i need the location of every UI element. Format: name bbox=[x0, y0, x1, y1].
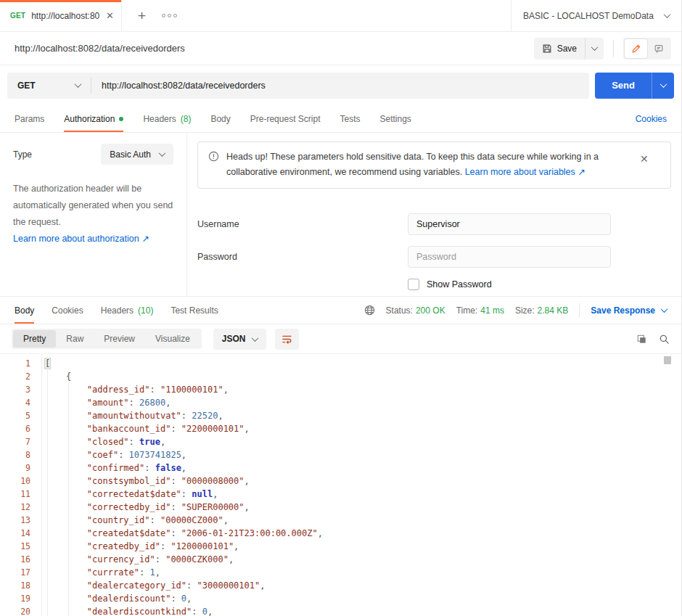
save-options-button[interactable] bbox=[585, 38, 604, 59]
scrollbar-thumb[interactable] bbox=[664, 356, 671, 364]
line-number: 13 bbox=[0, 514, 30, 527]
code-line: 5 "amountwithoutvat": 22520, bbox=[0, 409, 681, 422]
show-password-checkbox[interactable] bbox=[408, 279, 419, 290]
send-options-button[interactable] bbox=[652, 73, 674, 99]
request-tab[interactable]: GET http://localhost:80... ✕ bbox=[0, 0, 122, 31]
response-tabs: Body Cookies Headers (10) Test Results S… bbox=[0, 296, 681, 324]
response-tab-cookies[interactable]: Cookies bbox=[52, 297, 83, 324]
tab-strip: GET http://localhost:80... ✕ + BASIC - L… bbox=[0, 0, 681, 32]
comment-mode-button[interactable] bbox=[647, 39, 670, 58]
basic-auth-form: Username Password Show Password bbox=[197, 213, 671, 290]
response-body-viewer[interactable]: 1[2 {3 "address_id": "1100000101",4 "amo… bbox=[0, 353, 681, 616]
auth-type-value: Basic Auth bbox=[110, 149, 151, 160]
tab-strip-actions: + bbox=[122, 0, 177, 31]
time-value: 41 ms bbox=[480, 305, 504, 316]
code-line: 8 "coef": 1073741825, bbox=[0, 448, 681, 461]
tab-label: Headers bbox=[143, 114, 176, 124]
more-options-icon[interactable] bbox=[162, 14, 177, 17]
tab-label: Pre-request Script bbox=[250, 114, 321, 124]
response-tab-test-results[interactable]: Test Results bbox=[170, 297, 218, 324]
method-selector[interactable]: GET bbox=[7, 81, 91, 91]
cookies-link[interactable]: Cookies bbox=[636, 114, 667, 124]
url-bar: GET http://localhost:8082/data/receivedo… bbox=[7, 73, 589, 99]
search-icon[interactable] bbox=[659, 334, 670, 345]
code-line: 10 "constsymbol_id": "0000008000", bbox=[0, 475, 681, 488]
send-button[interactable]: Send bbox=[595, 73, 652, 99]
code-line: 13 "country_id": "00000CZ000", bbox=[0, 514, 681, 527]
save-icon bbox=[542, 44, 552, 54]
response-tab-body[interactable]: Body bbox=[15, 297, 34, 324]
code-line: 1[ bbox=[0, 357, 681, 370]
request-url-title: http://localhost:8082/data/receivedorder… bbox=[15, 43, 534, 54]
chevron-down-icon bbox=[75, 81, 82, 88]
auth-detail-column: Heads up! These parameters hold sensitiv… bbox=[187, 133, 681, 296]
request-header-row: http://localhost:8082/data/receivedorder… bbox=[0, 32, 681, 65]
tab-settings[interactable]: Settings bbox=[380, 105, 411, 132]
tab-authorization[interactable]: Authorization bbox=[64, 105, 123, 132]
close-tab-icon[interactable]: ✕ bbox=[106, 11, 114, 20]
response-toolbar: Pretty Raw Preview Visualize JSON bbox=[0, 324, 681, 353]
request-tabs: Params Authorization Headers (8) Body Pr… bbox=[0, 105, 681, 133]
view-visualize-button[interactable]: Visualize bbox=[145, 330, 200, 348]
divider bbox=[613, 40, 614, 57]
password-field[interactable] bbox=[408, 246, 611, 268]
format-value: JSON bbox=[222, 334, 246, 344]
save-response-label: Save Response bbox=[591, 305, 655, 316]
code-line: 12 "correctedby_id": "SUPER00000", bbox=[0, 501, 681, 514]
status-badge: Status: 200 OK bbox=[386, 305, 445, 316]
line-number: 4 bbox=[0, 396, 30, 409]
response-tab-headers[interactable]: Headers (10) bbox=[101, 297, 154, 324]
method-label: GET bbox=[17, 81, 36, 91]
divider bbox=[579, 303, 580, 318]
info-icon bbox=[208, 151, 219, 179]
response-view-switch: Pretty Raw Preview Visualize bbox=[12, 329, 202, 349]
username-field[interactable] bbox=[408, 213, 611, 235]
tab-label: Body bbox=[210, 114, 230, 124]
tab-prerequest-script[interactable]: Pre-request Script bbox=[250, 105, 321, 132]
line-number: 7 bbox=[0, 435, 30, 448]
environment-selector[interactable]: BASIC - LOCALHOST DemoData bbox=[511, 0, 681, 31]
code-line: 14 "createdat$date": "2006-01-21T23:00:0… bbox=[0, 527, 681, 540]
line-number: 10 bbox=[0, 475, 30, 488]
auth-configured-dot bbox=[119, 117, 123, 121]
tab-tests[interactable]: Tests bbox=[340, 105, 360, 132]
save-button[interactable]: Save bbox=[534, 38, 585, 59]
close-banner-icon[interactable]: ✕ bbox=[640, 151, 649, 168]
url-bar-row: GET http://localhost:8082/data/receivedo… bbox=[0, 65, 681, 105]
code-line: 6 "bankaccount_id": "2200000101", bbox=[0, 422, 681, 435]
code-line: 9 "confirmed": false, bbox=[0, 461, 681, 475]
chevron-down-icon bbox=[664, 11, 671, 18]
view-raw-button[interactable]: Raw bbox=[56, 330, 94, 348]
edit-mode-button[interactable] bbox=[625, 39, 647, 58]
view-preview-button[interactable]: Preview bbox=[94, 330, 145, 348]
headers-count-badge: (8) bbox=[181, 114, 192, 124]
code-line: 16 "currency_id": "0000CZK000", bbox=[0, 553, 681, 566]
tab-label: Test Results bbox=[170, 305, 218, 316]
auth-type-selector[interactable]: Basic Auth bbox=[101, 144, 173, 165]
save-response-button[interactable]: Save Response bbox=[591, 305, 667, 316]
code-line: 19 "dealerdiscount": 0, bbox=[0, 592, 681, 605]
view-pretty-button[interactable]: Pretty bbox=[13, 330, 56, 348]
globe-icon bbox=[364, 305, 375, 316]
auth-learn-more-link[interactable]: Learn more about authorization ↗ bbox=[13, 231, 149, 247]
wrap-lines-icon bbox=[282, 334, 292, 345]
tab-params[interactable]: Params bbox=[15, 105, 44, 132]
chevron-down-icon bbox=[251, 334, 258, 342]
save-button-label: Save bbox=[557, 44, 577, 54]
tab-title: http://localhost:80... bbox=[31, 11, 100, 21]
wrap-lines-button[interactable] bbox=[275, 329, 299, 350]
line-number: 11 bbox=[0, 488, 30, 501]
line-number: 19 bbox=[0, 592, 30, 605]
chevron-down-icon bbox=[159, 149, 166, 157]
variables-learn-more-link[interactable]: Learn more about variables ↗ bbox=[465, 167, 586, 177]
line-number: 20 bbox=[0, 605, 30, 616]
authorization-panel: Type Basic Auth The authorization header… bbox=[0, 133, 681, 296]
new-tab-icon[interactable]: + bbox=[138, 9, 146, 22]
line-number: 12 bbox=[0, 501, 30, 514]
tab-headers[interactable]: Headers (8) bbox=[143, 105, 191, 132]
tab-body[interactable]: Body bbox=[210, 105, 230, 132]
status-label: Status: bbox=[386, 305, 413, 316]
url-input[interactable]: http://localhost:8082/data/receivedorder… bbox=[91, 81, 589, 91]
format-selector[interactable]: JSON bbox=[213, 329, 266, 350]
copy-icon[interactable] bbox=[636, 334, 647, 345]
